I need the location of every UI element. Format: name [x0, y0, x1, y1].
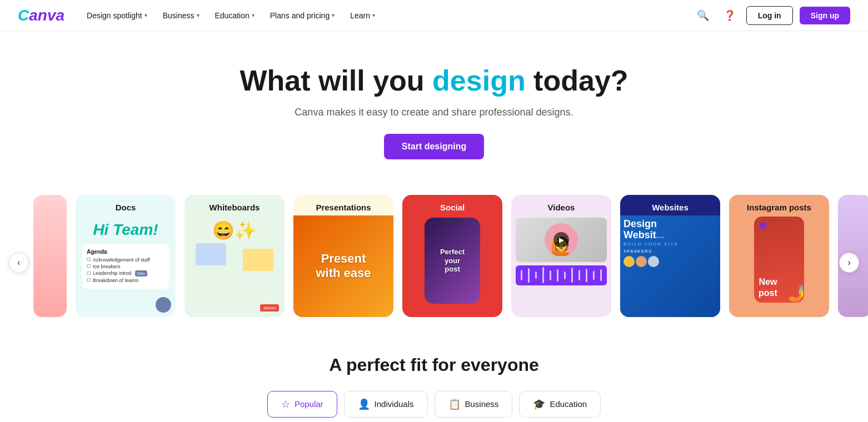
wb-sticky-1	[196, 243, 226, 265]
nav-label-education: Education	[215, 11, 250, 20]
card-whiteboards-body: 😄✨ James	[184, 215, 285, 317]
hero-title: What will you design today?	[18, 64, 850, 98]
tab-business[interactable]: 📋 Business	[435, 391, 513, 418]
navbar: Canva Design spotlight ▾ Business ▾ Educ…	[0, 0, 868, 31]
vid-bar-11	[593, 271, 595, 280]
help-button[interactable]: ❓	[720, 6, 740, 26]
docs-agenda: Agenda Acknowledgement of staff Ice brea…	[82, 244, 169, 289]
vid-bar-6	[557, 269, 558, 282]
nav-label-business: Business	[163, 11, 194, 20]
vid-bar-7	[564, 272, 566, 279]
nav-item-learn[interactable]: Learn ▾	[343, 7, 382, 24]
carousel-section: ‹ Docs Hi Team! Agenda Acknowledgement o…	[0, 182, 868, 344]
carousel-prev-button[interactable]: ‹	[9, 253, 29, 273]
insta-phone: Newpost 🤳	[754, 217, 804, 303]
vid-waveform	[516, 265, 607, 285]
hero-section: What will you design today? Canva makes …	[0, 31, 868, 182]
card-videos[interactable]: Videos 🙋 ▶	[511, 195, 611, 317]
wb-emoji: 😄✨	[184, 220, 285, 241]
face-2	[636, 256, 647, 267]
docs-item-3: Leadership introd Intro	[87, 270, 164, 277]
hero-subtitle: Canva makes it easy to create and share …	[18, 107, 850, 118]
websites-speakers: SPEAKERS	[623, 249, 717, 254]
vid-bar-2	[528, 268, 530, 283]
card-docs[interactable]: Docs Hi Team! Agenda Acknowledgement of …	[76, 195, 176, 317]
card-instagram-body: Newpost 🤳	[729, 215, 829, 317]
tab-popular[interactable]: ☆ Popular	[267, 391, 337, 418]
card-social-body: Perfectyourpost	[402, 215, 502, 317]
vid-play-button[interactable]: ▶	[553, 232, 569, 248]
signup-button[interactable]: Sign up	[800, 7, 850, 24]
hero-title-part1: What will you	[240, 64, 432, 97]
card-whiteboards[interactable]: Whiteboards 😄✨ James	[184, 195, 285, 317]
logo[interactable]: Canva	[18, 7, 64, 24]
nav-label-plans-pricing: Plans and pricing	[270, 11, 330, 20]
chevron-down-icon: ▾	[197, 12, 199, 18]
card-whiteboards-title: Whiteboards	[204, 195, 266, 215]
carousel-next-button[interactable]: ›	[839, 253, 859, 273]
nav-item-education[interactable]: Education ▾	[208, 7, 261, 24]
card-presentations-body: Presentwith ease	[293, 215, 393, 317]
tab-individuals-label: Individuals	[375, 399, 414, 409]
chevron-down-icon: ▾	[252, 12, 255, 18]
websites-subtitle: BUILD YOUR SITE	[623, 242, 717, 247]
login-button[interactable]: Log in	[746, 6, 793, 25]
card-websites-body: DesignWebsit... BUILD YOUR SITE SPEAKERS	[620, 215, 720, 317]
partial-card-left	[33, 195, 67, 317]
card-videos-body: 🙋 ▶	[511, 215, 611, 317]
chevron-down-icon: ▾	[144, 12, 147, 18]
search-icon: 🔍	[697, 9, 709, 22]
nav-left: Canva Design spotlight ▾ Business ▾ Educ…	[18, 7, 382, 24]
nav-item-plans-pricing[interactable]: Plans and pricing ▾	[263, 7, 341, 24]
vid-bar-10	[586, 269, 587, 282]
card-docs-title: Docs	[110, 195, 142, 215]
nav-right: 🔍 ❓ Log in Sign up	[693, 6, 850, 26]
vid-bar-4	[542, 267, 544, 283]
vid-bar-1	[521, 270, 522, 280]
social-phone-bar	[444, 221, 461, 223]
card-videos-title: Videos	[542, 195, 581, 215]
docs-item-2: Ice breakers	[87, 264, 164, 269]
tab-popular-label: Popular	[295, 399, 323, 409]
tab-education[interactable]: 🎓 Education	[519, 391, 601, 418]
insta-hand: 🤳	[787, 284, 804, 303]
person-icon: 👤	[358, 398, 370, 410]
presentations-inner: Presentwith ease	[293, 215, 393, 317]
card-presentations[interactable]: Presentations Presentwith ease	[293, 195, 393, 317]
nav-item-design-spotlight[interactable]: Design spotlight ▾	[80, 7, 154, 24]
star-icon: ☆	[281, 398, 290, 410]
presentations-text: Presentwith ease	[316, 252, 371, 281]
websites-faces	[623, 256, 717, 267]
docs-agenda-title: Agenda	[87, 249, 164, 255]
graduation-cap-icon: 🎓	[533, 398, 545, 410]
social-phone: Perfectyourpost	[425, 218, 480, 304]
docs-item-4: Breakdown of teams	[87, 278, 164, 283]
insta-badge	[760, 222, 766, 229]
card-social[interactable]: Social Perfectyourpost	[402, 195, 502, 317]
search-button[interactable]: 🔍	[693, 6, 713, 26]
card-websites[interactable]: Websites DesignWebsit... BUILD YOUR SITE…	[620, 195, 720, 317]
tab-education-label: Education	[550, 399, 587, 409]
card-social-title: Social	[435, 195, 470, 215]
tab-individuals[interactable]: 👤 Individuals	[344, 391, 428, 418]
tabs-row: ☆ Popular 👤 Individuals 📋 Business 🎓 Edu…	[18, 391, 850, 418]
chevron-down-icon: ▾	[332, 12, 335, 18]
social-phone-screen: Perfectyourpost	[425, 218, 480, 304]
vid-waveform-inner	[516, 265, 607, 285]
social-phone-text: Perfectyourpost	[440, 248, 465, 274]
nav-label-learn: Learn	[350, 11, 370, 20]
nav-item-business[interactable]: Business ▾	[156, 7, 206, 24]
wb-name-tag: James	[260, 304, 279, 312]
tab-business-label: Business	[465, 399, 499, 409]
start-designing-button[interactable]: Start designing	[384, 134, 484, 159]
hero-title-accent: design	[432, 64, 526, 97]
card-instagram[interactable]: Instagram posts Newpost 🤳	[729, 195, 829, 317]
vid-bar-3	[535, 272, 537, 279]
card-instagram-title: Instagram posts	[741, 195, 817, 215]
wb-sticky-2	[243, 249, 273, 271]
chevron-down-icon: ▾	[372, 12, 375, 18]
briefcase-icon: 📋	[448, 398, 461, 410]
logo-text: Canva	[18, 7, 64, 24]
insta-new-post-text: Newpost	[754, 272, 782, 302]
docs-hi-team: Hi Team!	[76, 215, 176, 244]
